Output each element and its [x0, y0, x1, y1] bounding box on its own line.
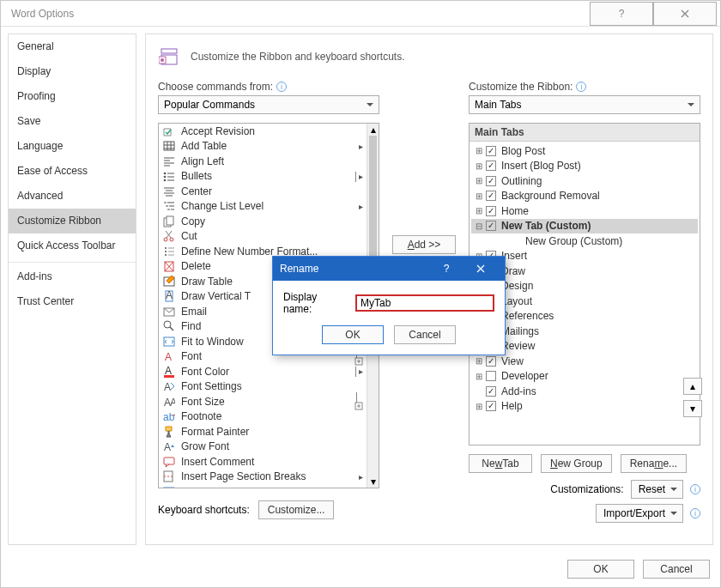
- expand-icon[interactable]: ⊞: [475, 206, 483, 215]
- command-item[interactable]: Accept Revision: [159, 124, 367, 139]
- command-item[interactable]: Add Table▸: [159, 139, 367, 155]
- info-icon[interactable]: i: [276, 82, 287, 92]
- command-item[interactable]: AGrow Font: [159, 439, 367, 455]
- tree-checkbox[interactable]: ✓: [486, 221, 496, 231]
- command-item[interactable]: Bullets│▸: [159, 169, 367, 185]
- command-item[interactable]: ab1Footnote: [159, 409, 367, 425]
- svg-rect-0: [161, 49, 177, 53]
- help-button[interactable]: ?: [590, 2, 653, 26]
- svg-text:A: A: [164, 381, 171, 392]
- rename-button[interactable]: Rename...: [621, 454, 687, 473]
- svg-point-17: [164, 321, 171, 328]
- rename-cancel-button[interactable]: Cancel: [394, 325, 456, 344]
- rename-title: Rename: [280, 263, 429, 275]
- expand-icon[interactable]: ⊟: [475, 221, 483, 231]
- tree-label: Insert (Blog Post): [501, 160, 581, 172]
- expand-icon[interactable]: ⊞: [475, 146, 483, 155]
- command-item[interactable]: AFont Settings: [159, 379, 367, 395]
- customize-shortcuts-button[interactable]: Customize...: [258, 500, 335, 519]
- command-item[interactable]: Insert Picture: [159, 484, 367, 488]
- tree-item[interactable]: ⊞✓Blog Post: [471, 143, 698, 159]
- sidebar-item-advanced[interactable]: Advanced: [9, 184, 136, 209]
- sidebar-item-display[interactable]: Display: [9, 59, 136, 84]
- tree-label: Home: [501, 205, 529, 217]
- info-icon[interactable]: i: [690, 508, 700, 518]
- rename-help-button[interactable]: ?: [429, 257, 464, 281]
- tree-item[interactable]: ⊟✓New Tab (Custom): [471, 219, 698, 234]
- command-item[interactable]: Center: [159, 184, 367, 199]
- tree-item[interactable]: ⊞✓Home: [471, 203, 698, 219]
- tree-item[interactable]: ⊞✓View: [471, 354, 698, 369]
- info-icon[interactable]: i: [576, 82, 586, 92]
- rename-ok-button[interactable]: OK: [322, 325, 384, 344]
- command-item[interactable]: Align Left: [159, 154, 367, 169]
- tree-item[interactable]: ⊞✓Insert (Blog Post): [471, 159, 698, 174]
- expand-icon[interactable]: ⊞: [475, 176, 483, 185]
- display-name-input[interactable]: [355, 294, 494, 312]
- expand-icon[interactable]: ⊞: [475, 191, 483, 201]
- svg-rect-18: [164, 337, 174, 346]
- tree-checkbox[interactable]: [486, 371, 496, 381]
- tree-item[interactable]: New Group (Custom): [471, 233, 698, 249]
- sidebar-item-trust-center[interactable]: Trust Center: [9, 289, 136, 314]
- ribbon-tabs-dropdown[interactable]: Main Tabs: [469, 95, 700, 114]
- dialog-footer: OK Cancel: [567, 560, 710, 579]
- expand-icon[interactable]: ⊞: [475, 356, 483, 366]
- sidebar-item-ease-of-access[interactable]: Ease of Access: [9, 159, 136, 184]
- ribbon-icon: [158, 45, 182, 69]
- scroll-up-button[interactable]: ▴: [367, 124, 379, 136]
- cancel-button[interactable]: Cancel: [643, 560, 710, 579]
- sidebar-item-general[interactable]: General: [9, 34, 136, 59]
- new-tab-button[interactable]: New Tab: [469, 454, 532, 473]
- tree-checkbox[interactable]: ✓: [486, 161, 496, 171]
- tree-checkbox[interactable]: ✓: [486, 401, 496, 411]
- tree-checkbox[interactable]: ✓: [486, 146, 496, 156]
- expand-icon[interactable]: ⊞: [475, 402, 483, 411]
- move-up-button[interactable]: ▴: [683, 378, 702, 395]
- command-item[interactable]: Insert Comment: [159, 454, 367, 470]
- tree-item[interactable]: ⊞✓Background Removal: [471, 189, 698, 204]
- sidebar-item-add-ins[interactable]: Add-ins: [9, 262, 136, 289]
- tree-label: Blog Post: [501, 145, 545, 157]
- sidebar-item-proofing[interactable]: Proofing: [9, 84, 136, 109]
- command-item[interactable]: Change List Level▸: [159, 199, 367, 215]
- sidebar-item-quick-access-toolbar[interactable]: Quick Access Toolbar: [9, 233, 136, 258]
- commands-from-dropdown[interactable]: Popular Commands: [158, 95, 379, 114]
- expand-icon[interactable]: ⊞: [475, 372, 483, 381]
- tree-item[interactable]: ⊞Developer: [471, 369, 698, 385]
- ok-button[interactable]: OK: [567, 560, 634, 579]
- tree-item[interactable]: ⊞✓Outlining: [471, 173, 698, 189]
- submenu-icon: ▸: [359, 202, 367, 211]
- command-item[interactable]: Cut: [159, 229, 367, 245]
- add-button[interactable]: Add >>: [392, 235, 456, 254]
- sidebar-item-save[interactable]: Save: [9, 109, 136, 134]
- reset-dropdown[interactable]: Reset: [631, 480, 683, 499]
- tab-buttons-row: New Tab New Group Rename...: [469, 454, 700, 473]
- picture-icon: [162, 486, 176, 488]
- close-button[interactable]: [653, 2, 717, 26]
- tree-item[interactable]: ⊞✓Help: [471, 399, 698, 415]
- scroll-down-button[interactable]: ▾: [367, 476, 379, 488]
- commands-from-label: Choose commands from: i: [158, 81, 379, 93]
- new-group-button[interactable]: New Group: [541, 454, 612, 473]
- accept-icon: [162, 125, 176, 137]
- tree-checkbox[interactable]: ✓: [486, 191, 496, 201]
- sidebar-item-language[interactable]: Language: [9, 134, 136, 159]
- command-item[interactable]: AAFont Size│: [159, 394, 367, 409]
- import-export-dropdown[interactable]: Import/Export: [596, 504, 683, 523]
- tree-checkbox[interactable]: ✓: [486, 386, 496, 397]
- rename-close-button[interactable]: [464, 257, 498, 281]
- expand-icon[interactable]: ⊞: [475, 161, 483, 171]
- sidebar-item-customize-ribbon[interactable]: Customize Ribbon: [9, 209, 136, 233]
- tree-checkbox[interactable]: ✓: [486, 356, 496, 367]
- command-item[interactable]: Insert Page Section Breaks▸: [159, 470, 367, 485]
- tree-checkbox[interactable]: ✓: [486, 176, 496, 186]
- info-icon[interactable]: i: [690, 484, 700, 494]
- tree-item[interactable]: ✓Add-ins: [471, 384, 698, 399]
- command-item[interactable]: AFont Color│▸: [159, 364, 367, 379]
- command-item[interactable]: Copy: [159, 214, 367, 229]
- command-item[interactable]: Format Painter: [159, 424, 367, 439]
- move-down-button[interactable]: ▾: [683, 400, 702, 417]
- svg-point-11: [170, 238, 173, 241]
- tree-checkbox[interactable]: ✓: [486, 206, 496, 216]
